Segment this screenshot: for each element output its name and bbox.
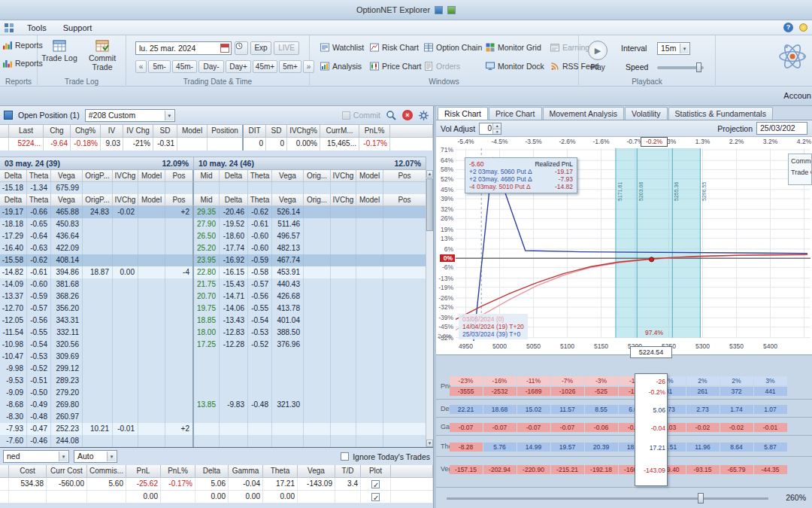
option-column-header[interactable]: Theta xyxy=(248,170,272,182)
option-cell[interactable] xyxy=(331,387,356,399)
interval-select[interactable]: 15m xyxy=(657,42,690,55)
trade-column-header[interactable]: Cost xyxy=(9,465,47,478)
option-cell[interactable]: -12.70 xyxy=(0,303,27,315)
option-cell[interactable] xyxy=(304,254,331,266)
side-panel-cut[interactable]: Comme Trade O xyxy=(788,154,812,185)
option-cell[interactable] xyxy=(383,278,426,291)
option-cell[interactable] xyxy=(356,278,383,291)
option-cell[interactable]: -0.02 xyxy=(113,206,138,218)
summary-column-header[interactable]: Last xyxy=(9,125,44,138)
option-cell[interactable] xyxy=(138,315,165,327)
trade-column-header[interactable]: Curr Cost xyxy=(47,465,87,478)
option-cell[interactable]: -0.52 xyxy=(27,363,51,375)
option-cell[interactable] xyxy=(331,339,356,351)
option-cell[interactable]: -0.46 xyxy=(27,435,51,447)
option-cell[interactable] xyxy=(304,206,331,218)
option-cell[interactable]: 376.96 xyxy=(272,339,304,351)
option-cell[interactable]: 422.09 xyxy=(51,242,83,254)
option-cell[interactable] xyxy=(304,411,331,423)
trade-log-button[interactable]: Trade Log xyxy=(38,40,80,62)
option-cell[interactable]: -0.52 xyxy=(248,339,272,351)
option-cell[interactable]: -12.28 xyxy=(220,339,248,351)
option-cell[interactable] xyxy=(83,254,113,266)
option-cell[interactable]: 244.08 xyxy=(51,435,83,447)
option-cell[interactable] xyxy=(194,435,220,447)
option-cell[interactable] xyxy=(331,182,356,194)
option-cell[interactable] xyxy=(138,435,165,447)
option-row[interactable]: -8.30-0.48260.97 xyxy=(0,411,426,423)
option-cell[interactable] xyxy=(356,375,383,387)
option-cell[interactable] xyxy=(165,218,194,230)
option-cell[interactable] xyxy=(194,411,220,423)
option-cell[interactable]: -0.56 xyxy=(27,315,51,327)
option-cell[interactable]: -0.49 xyxy=(27,399,51,411)
option-cell[interactable] xyxy=(165,387,194,399)
nav-prev-button[interactable]: « xyxy=(135,60,147,73)
option-cell[interactable]: 26.50 xyxy=(194,230,220,242)
option-cell[interactable]: 321.30 xyxy=(272,399,304,411)
option-cell[interactable] xyxy=(331,315,356,327)
option-cell[interactable] xyxy=(165,278,194,291)
option-cell[interactable] xyxy=(383,363,426,375)
option-cell[interactable]: 18.00 xyxy=(194,327,220,339)
option-cell[interactable] xyxy=(356,435,383,447)
summary-column-header[interactable]: Chg xyxy=(44,125,71,138)
option-cell[interactable] xyxy=(138,327,165,339)
option-cell[interactable]: -0.61 xyxy=(248,218,272,230)
option-cell[interactable]: -14.82 xyxy=(0,266,27,278)
option-cell[interactable] xyxy=(248,363,272,375)
option-cell[interactable] xyxy=(138,411,165,423)
nav-45m-fwd-button[interactable]: 45m+ xyxy=(253,60,277,73)
option-cell[interactable]: -17.74 xyxy=(220,242,248,254)
option-cell[interactable] xyxy=(331,363,356,375)
option-cell[interactable]: 465.88 xyxy=(51,206,83,218)
option-cell[interactable]: -0.55 xyxy=(27,327,51,339)
option-cell[interactable]: -14.09 xyxy=(0,278,27,291)
reports-button-2[interactable]: Reports xyxy=(3,59,43,68)
summary-column-header[interactable]: SD xyxy=(266,125,287,138)
option-cell[interactable]: 17.25 xyxy=(194,339,220,351)
option-cell[interactable] xyxy=(383,182,426,194)
option-cell[interactable] xyxy=(138,242,165,254)
option-cell[interactable] xyxy=(138,206,165,218)
option-column-header[interactable]: Delta xyxy=(0,194,27,206)
option-column-header[interactable]: Pos xyxy=(165,170,194,182)
live-button[interactable]: LIVE xyxy=(274,41,299,55)
option-cell[interactable] xyxy=(165,303,194,315)
option-cell[interactable] xyxy=(248,435,272,447)
summary-column-header[interactable]: IVChg% xyxy=(287,125,320,138)
time-picker-button[interactable] xyxy=(235,41,248,55)
option-cell[interactable] xyxy=(83,278,113,291)
option-cell[interactable]: -18.60 xyxy=(220,230,248,242)
option-cell[interactable]: 260.97 xyxy=(51,411,83,423)
option-cell[interactable] xyxy=(113,339,138,351)
option-cell[interactable]: 21.75 xyxy=(194,278,220,291)
option-cell[interactable] xyxy=(331,218,356,230)
option-cell[interactable] xyxy=(331,278,356,291)
exp-button[interactable]: Exp xyxy=(250,41,271,55)
orders-button[interactable]: Orders xyxy=(424,59,486,73)
option-cell[interactable] xyxy=(83,411,113,423)
option-cell[interactable]: 496.57 xyxy=(272,230,304,242)
option-cell[interactable]: 252.23 xyxy=(51,423,83,435)
option-cell[interactable]: 18.85 xyxy=(194,315,220,327)
option-column-header[interactable]: Model xyxy=(356,194,383,206)
option-cell[interactable] xyxy=(83,375,113,387)
option-cell[interactable] xyxy=(304,399,331,411)
option-row[interactable]: -11.54-0.55332.1118.00-12.83-0.53388.50 xyxy=(0,327,426,339)
option-cell[interactable] xyxy=(138,218,165,230)
tab-movement-analysis[interactable]: Movement Analysis xyxy=(543,107,624,120)
option-column-header[interactable]: Delta xyxy=(220,194,248,206)
option-cell[interactable] xyxy=(165,242,194,254)
option-cell[interactable] xyxy=(383,423,426,435)
option-cell[interactable]: -14.06 xyxy=(220,303,248,315)
option-cell[interactable]: -0.53 xyxy=(248,327,272,339)
nav-5m-back-button[interactable]: 5m- xyxy=(148,60,171,73)
option-cell[interactable]: -0.53 xyxy=(27,351,51,363)
option-cell[interactable]: -0.62 xyxy=(27,254,51,266)
option-cell[interactable] xyxy=(194,387,220,399)
option-cell[interactable] xyxy=(304,266,331,278)
option-column-header[interactable]: IVChg xyxy=(113,194,138,206)
option-cell[interactable]: 401.04 xyxy=(272,315,304,327)
option-cell[interactable]: -12.05 xyxy=(0,315,27,327)
